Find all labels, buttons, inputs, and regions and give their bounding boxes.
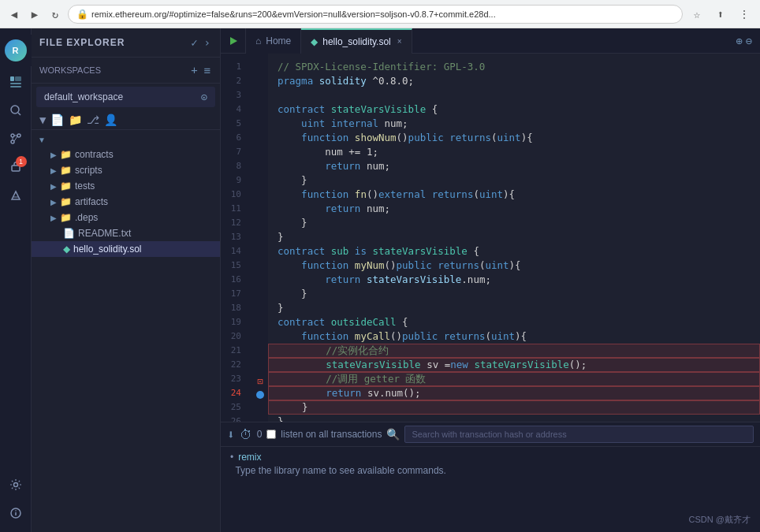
workspaces-label: WORKSPACES <box>39 65 101 75</box>
tree-item-readme[interactable]: 📄 README.txt <box>32 225 220 241</box>
code-line-4: contract stateVarsVisible { <box>268 102 760 117</box>
address-bar[interactable]: 🔒 remix.ethereum.org/#optimize=false&run… <box>68 5 683 24</box>
tree-item-contracts[interactable]: ▶ 📁 contracts <box>32 147 220 162</box>
hello-sol-icon: ◆ <box>63 244 70 255</box>
line-numbers: 1 2 3 4 5 6 7 8 9 10 11 12 13 14 15 16 1… <box>221 54 252 422</box>
transaction-search-box[interactable] <box>404 426 754 443</box>
settings-icon <box>9 478 22 491</box>
listen-checkbox[interactable] <box>266 430 276 439</box>
sol-tab-close[interactable]: × <box>397 37 402 46</box>
tree-item-tests[interactable]: ▶ 📁 tests <box>32 178 220 194</box>
code-line-6: function showNum() public returns(uint){ <box>268 131 760 145</box>
sidebar-item-git[interactable] <box>3 126 28 151</box>
zoom-out-icon[interactable]: ⊖ <box>746 35 752 47</box>
clear-console-button[interactable]: ⬇ <box>227 427 235 442</box>
error-indicator-icon: ⊡ <box>257 376 263 387</box>
workspace-select[interactable]: default_workspace ⊙ <box>36 87 215 107</box>
gutter-8 <box>252 155 268 169</box>
tests-folder-icon: 📁 <box>60 180 72 192</box>
transaction-search-input[interactable] <box>412 430 747 439</box>
console-item-remix: • remix <box>230 452 751 463</box>
new-file-button[interactable]: 📄 <box>50 113 64 126</box>
artifacts-label: artifacts <box>75 196 108 207</box>
line-num-7: 7 <box>221 145 246 159</box>
gutter-5 <box>252 114 268 128</box>
tree-item-hello-solidity[interactable]: ◆ hello_solidity.sol <box>32 241 220 257</box>
gutter-2 <box>252 73 268 87</box>
svg-rect-1 <box>10 83 21 84</box>
code-line-1: // SPDX-License-Identifier: GPL-3.0 <box>268 60 760 74</box>
line-num-3: 3 <box>221 88 246 102</box>
search-console-icon[interactable]: 🔍 <box>386 428 400 441</box>
gutter-12 <box>252 210 268 224</box>
tab-bar: ⌂ Home ◆ hello_solidity.sol × ⊕ ⊖ <box>221 28 760 54</box>
add-workspace-button[interactable]: + <box>189 62 199 78</box>
tree-item-deps[interactable]: ▶ 📁 .deps <box>32 210 220 225</box>
console-output: • remix Type the library name to see ava… <box>221 447 760 532</box>
sidebar-item-deploy[interactable] <box>3 183 28 208</box>
tab-search-area: ⊕ ⊖ <box>736 35 760 47</box>
lock-icon: 🔒 <box>76 9 88 20</box>
clock-button[interactable]: ⏱ <box>240 427 252 442</box>
plugin-badge: 1 <box>16 156 27 167</box>
tree-item-scripts[interactable]: ▶ 📁 scripts <box>32 162 220 178</box>
home-tab-icon: ⌂ <box>255 35 261 47</box>
artifacts-folder-icon: 📁 <box>60 196 72 207</box>
share-button[interactable]: ⬆ <box>711 5 730 24</box>
line-num-1: 1 <box>221 60 246 74</box>
code-line-10: function fn() external returns(uint){ <box>268 188 760 202</box>
expand-button[interactable]: › <box>203 35 212 50</box>
tree-root[interactable]: ▼ <box>32 133 220 147</box>
line-num-10: 10 <box>221 188 246 202</box>
code-line-3 <box>268 88 760 102</box>
gutter-4 <box>252 101 268 114</box>
new-folder-button[interactable]: 📁 <box>69 113 82 126</box>
line-gutter: ⊡ <box>252 54 268 422</box>
svg-point-11 <box>13 483 17 487</box>
code-line-19: contract outsideCall { <box>268 315 760 329</box>
code-line-21: //实例化合约 <box>268 344 760 358</box>
sidebar-item-settings[interactable] <box>3 472 28 497</box>
browser-menu-button[interactable]: ⋮ <box>735 5 754 24</box>
code-line-18: } <box>268 301 760 315</box>
code-line-24: return sv.num(); <box>268 386 760 400</box>
bottom-toolbar: ⬇ ⏱ 0 listen on all transactions 🔍 <box>221 422 760 447</box>
zoom-in-icon[interactable]: ⊕ <box>736 35 742 47</box>
line-num-20: 20 <box>221 329 246 344</box>
bottom-panel: ⬇ ⏱ 0 listen on all transactions 🔍 • rem… <box>221 422 760 532</box>
sidebar-item-files[interactable] <box>3 69 28 95</box>
tests-label: tests <box>75 180 95 192</box>
line-num-4: 4 <box>221 102 246 117</box>
gutter-16 <box>252 265 268 278</box>
git-init-button[interactable]: ⎇ <box>87 113 99 126</box>
upload-button[interactable]: 👤 <box>104 113 117 126</box>
gutter-18 <box>252 292 268 306</box>
tree-item-artifacts[interactable]: ▶ 📁 artifacts <box>32 194 220 210</box>
tab-home[interactable]: ⌂ Home <box>246 28 301 54</box>
gutter-14 <box>252 237 268 251</box>
forward-button[interactable]: ▶ <box>27 6 43 22</box>
gutter-21 <box>252 333 268 347</box>
listen-label: listen on all transactions <box>281 429 382 440</box>
debug-breakpoint-icon[interactable] <box>256 391 264 399</box>
scripts-arrow-icon: ▶ <box>50 166 57 175</box>
sidebar-item-plugin[interactable]: 1 <box>3 154 28 180</box>
code-content[interactable]: // SPDX-License-Identifier: GPL-3.0 prag… <box>268 54 760 422</box>
back-button[interactable]: ◀ <box>6 6 22 22</box>
tests-arrow-icon: ▶ <box>50 182 57 191</box>
workspace-menu-button[interactable]: ≡ <box>203 62 212 78</box>
collapse-all-button[interactable]: ▼ <box>39 113 46 126</box>
bookmark-button[interactable]: ☆ <box>687 5 706 24</box>
code-line-25: } <box>268 400 760 415</box>
sidebar-item-bottom[interactable] <box>3 500 28 526</box>
deps-arrow-icon: ▶ <box>50 214 57 222</box>
file-explorer-header: FILE EXPLORER ✓ › <box>32 28 220 58</box>
tab-hello-sol[interactable]: ◆ hello_solidity.sol × <box>301 28 412 54</box>
svg-point-14 <box>15 510 17 512</box>
run-button[interactable] <box>221 28 246 54</box>
sidebar-item-search[interactable] <box>3 98 28 123</box>
checkmark-button[interactable]: ✓ <box>189 35 199 50</box>
url-text: remix.ethereum.org/#optimize=false&runs=… <box>91 9 496 19</box>
gutter-17 <box>252 279 268 292</box>
refresh-button[interactable]: ↻ <box>47 6 63 22</box>
